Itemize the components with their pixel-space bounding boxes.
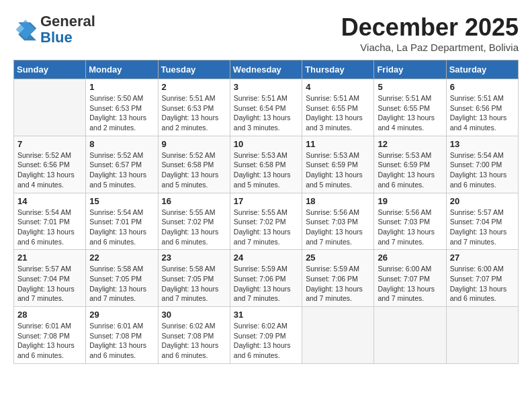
day-info: Sunrise: 6:01 AMSunset: 7:08 PMDaylight:… bbox=[89, 321, 154, 361]
day-number: 15 bbox=[89, 196, 154, 206]
calendar-cell: 10Sunrise: 5:53 AMSunset: 6:58 PMDayligh… bbox=[230, 136, 302, 193]
day-number: 23 bbox=[162, 253, 226, 263]
day-info: Sunrise: 5:52 AMSunset: 6:56 PMDaylight:… bbox=[17, 150, 82, 190]
col-header-tuesday: Tuesday bbox=[158, 60, 230, 79]
calendar-cell: 25Sunrise: 5:59 AMSunset: 7:06 PMDayligh… bbox=[302, 250, 374, 307]
day-number: 13 bbox=[450, 139, 515, 149]
logo: General Blue bbox=[13, 13, 95, 46]
day-number: 2 bbox=[162, 82, 226, 92]
calendar-cell: 12Sunrise: 5:53 AMSunset: 6:59 PMDayligh… bbox=[374, 136, 446, 193]
calendar-cell: 6Sunrise: 5:51 AMSunset: 6:56 PMDaylight… bbox=[446, 79, 518, 136]
day-number: 20 bbox=[450, 196, 515, 206]
day-number: 29 bbox=[89, 310, 154, 320]
calendar-cell: 20Sunrise: 5:57 AMSunset: 7:04 PMDayligh… bbox=[446, 193, 518, 250]
calendar-cell: 24Sunrise: 5:59 AMSunset: 7:06 PMDayligh… bbox=[230, 250, 302, 307]
page-header: General Blue December 2025 Viacha, La Pa… bbox=[13, 13, 519, 53]
calendar-week-row: 7Sunrise: 5:52 AMSunset: 6:56 PMDaylight… bbox=[14, 136, 519, 193]
day-info: Sunrise: 6:02 AMSunset: 7:08 PMDaylight:… bbox=[162, 321, 226, 361]
col-header-sunday: Sunday bbox=[14, 60, 86, 79]
day-number: 27 bbox=[450, 253, 515, 263]
calendar-cell: 17Sunrise: 5:55 AMSunset: 7:02 PMDayligh… bbox=[230, 193, 302, 250]
day-number: 9 bbox=[162, 139, 226, 149]
day-number: 17 bbox=[234, 196, 298, 206]
day-info: Sunrise: 5:50 AMSunset: 6:53 PMDaylight:… bbox=[89, 93, 154, 133]
day-number: 1 bbox=[89, 82, 154, 92]
day-info: Sunrise: 5:56 AMSunset: 7:03 PMDaylight:… bbox=[306, 208, 370, 247]
calendar-cell: 1Sunrise: 5:50 AMSunset: 6:53 PMDaylight… bbox=[86, 79, 158, 136]
calendar-cell: 31Sunrise: 6:02 AMSunset: 7:09 PMDayligh… bbox=[230, 307, 302, 364]
logo-blue-text: Blue bbox=[40, 29, 73, 46]
day-info: Sunrise: 6:00 AMSunset: 7:07 PMDaylight:… bbox=[378, 264, 442, 304]
day-info: Sunrise: 5:51 AMSunset: 6:53 PMDaylight:… bbox=[162, 93, 226, 133]
month-year-title: December 2025 bbox=[341, 13, 519, 42]
calendar-cell bbox=[302, 307, 374, 364]
day-info: Sunrise: 5:54 AMSunset: 7:00 PMDaylight:… bbox=[450, 150, 515, 190]
calendar-cell: 28Sunrise: 6:01 AMSunset: 7:08 PMDayligh… bbox=[14, 307, 86, 364]
calendar-cell: 14Sunrise: 5:54 AMSunset: 7:01 PMDayligh… bbox=[14, 193, 86, 250]
col-header-wednesday: Wednesday bbox=[230, 60, 302, 79]
day-number: 3 bbox=[234, 82, 298, 92]
location-subtitle: Viacha, La Paz Department, Bolivia bbox=[341, 42, 519, 53]
calendar-cell: 19Sunrise: 5:56 AMSunset: 7:03 PMDayligh… bbox=[374, 193, 446, 250]
calendar-cell: 26Sunrise: 6:00 AMSunset: 7:07 PMDayligh… bbox=[374, 250, 446, 307]
calendar-cell: 29Sunrise: 6:01 AMSunset: 7:08 PMDayligh… bbox=[86, 307, 158, 364]
day-number: 11 bbox=[306, 139, 370, 149]
day-number: 24 bbox=[234, 253, 298, 263]
day-number: 10 bbox=[234, 139, 298, 149]
day-info: Sunrise: 5:59 AMSunset: 7:06 PMDaylight:… bbox=[306, 264, 370, 304]
day-info: Sunrise: 5:53 AMSunset: 6:59 PMDaylight:… bbox=[306, 150, 370, 190]
day-number: 4 bbox=[306, 82, 370, 92]
calendar-cell: 13Sunrise: 5:54 AMSunset: 7:00 PMDayligh… bbox=[446, 136, 518, 193]
calendar-cell: 3Sunrise: 5:51 AMSunset: 6:54 PMDaylight… bbox=[230, 79, 302, 136]
day-info: Sunrise: 5:58 AMSunset: 7:05 PMDaylight:… bbox=[89, 264, 154, 304]
calendar-cell: 11Sunrise: 5:53 AMSunset: 6:59 PMDayligh… bbox=[302, 136, 374, 193]
day-number: 5 bbox=[378, 82, 442, 92]
calendar-cell: 5Sunrise: 5:51 AMSunset: 6:55 PMDaylight… bbox=[374, 79, 446, 136]
calendar-cell: 4Sunrise: 5:51 AMSunset: 6:55 PMDaylight… bbox=[302, 79, 374, 136]
day-info: Sunrise: 5:53 AMSunset: 6:59 PMDaylight:… bbox=[378, 150, 442, 190]
day-number: 7 bbox=[17, 139, 82, 149]
day-number: 19 bbox=[378, 196, 442, 206]
logo-general-text: General bbox=[40, 13, 95, 30]
calendar-cell: 23Sunrise: 5:58 AMSunset: 7:05 PMDayligh… bbox=[158, 250, 230, 307]
calendar-cell: 18Sunrise: 5:56 AMSunset: 7:03 PMDayligh… bbox=[302, 193, 374, 250]
day-info: Sunrise: 5:51 AMSunset: 6:55 PMDaylight:… bbox=[378, 93, 442, 133]
calendar-week-row: 28Sunrise: 6:01 AMSunset: 7:08 PMDayligh… bbox=[14, 307, 519, 364]
col-header-friday: Friday bbox=[374, 60, 446, 79]
day-info: Sunrise: 6:01 AMSunset: 7:08 PMDaylight:… bbox=[17, 321, 82, 361]
calendar-cell: 8Sunrise: 5:52 AMSunset: 6:57 PMDaylight… bbox=[86, 136, 158, 193]
day-info: Sunrise: 5:54 AMSunset: 7:01 PMDaylight:… bbox=[17, 208, 82, 247]
day-info: Sunrise: 5:54 AMSunset: 7:01 PMDaylight:… bbox=[89, 208, 154, 247]
day-number: 31 bbox=[234, 310, 298, 320]
calendar-cell: 2Sunrise: 5:51 AMSunset: 6:53 PMDaylight… bbox=[158, 79, 230, 136]
col-header-thursday: Thursday bbox=[302, 60, 374, 79]
calendar-header-row: SundayMondayTuesdayWednesdayThursdayFrid… bbox=[14, 60, 519, 79]
calendar-cell bbox=[14, 79, 86, 136]
day-info: Sunrise: 5:59 AMSunset: 7:06 PMDaylight:… bbox=[234, 264, 298, 304]
calendar-cell: 7Sunrise: 5:52 AMSunset: 6:56 PMDaylight… bbox=[14, 136, 86, 193]
day-number: 22 bbox=[89, 253, 154, 263]
calendar-table: SundayMondayTuesdayWednesdayThursdayFrid… bbox=[13, 60, 519, 364]
day-info: Sunrise: 5:51 AMSunset: 6:56 PMDaylight:… bbox=[450, 93, 515, 133]
day-number: 8 bbox=[89, 139, 154, 149]
calendar-cell: 9Sunrise: 5:52 AMSunset: 6:58 PMDaylight… bbox=[158, 136, 230, 193]
calendar-cell: 21Sunrise: 5:57 AMSunset: 7:04 PMDayligh… bbox=[14, 250, 86, 307]
calendar-cell: 22Sunrise: 5:58 AMSunset: 7:05 PMDayligh… bbox=[86, 250, 158, 307]
day-info: Sunrise: 5:55 AMSunset: 7:02 PMDaylight:… bbox=[162, 208, 226, 247]
day-info: Sunrise: 6:02 AMSunset: 7:09 PMDaylight:… bbox=[234, 321, 298, 361]
calendar-cell: 27Sunrise: 6:00 AMSunset: 7:07 PMDayligh… bbox=[446, 250, 518, 307]
calendar-week-row: 1Sunrise: 5:50 AMSunset: 6:53 PMDaylight… bbox=[14, 79, 519, 136]
col-header-saturday: Saturday bbox=[446, 60, 518, 79]
title-block: December 2025 Viacha, La Paz Department,… bbox=[341, 13, 519, 53]
day-number: 25 bbox=[306, 253, 370, 263]
day-info: Sunrise: 5:52 AMSunset: 6:57 PMDaylight:… bbox=[89, 150, 154, 190]
calendar-cell bbox=[446, 307, 518, 364]
logo-icon bbox=[13, 17, 38, 42]
calendar-week-row: 21Sunrise: 5:57 AMSunset: 7:04 PMDayligh… bbox=[14, 250, 519, 307]
day-number: 14 bbox=[17, 196, 82, 206]
day-info: Sunrise: 5:55 AMSunset: 7:02 PMDaylight:… bbox=[234, 208, 298, 247]
day-info: Sunrise: 5:57 AMSunset: 7:04 PMDaylight:… bbox=[450, 208, 515, 247]
day-info: Sunrise: 5:52 AMSunset: 6:58 PMDaylight:… bbox=[162, 150, 226, 190]
day-number: 12 bbox=[378, 139, 442, 149]
day-number: 16 bbox=[162, 196, 226, 206]
